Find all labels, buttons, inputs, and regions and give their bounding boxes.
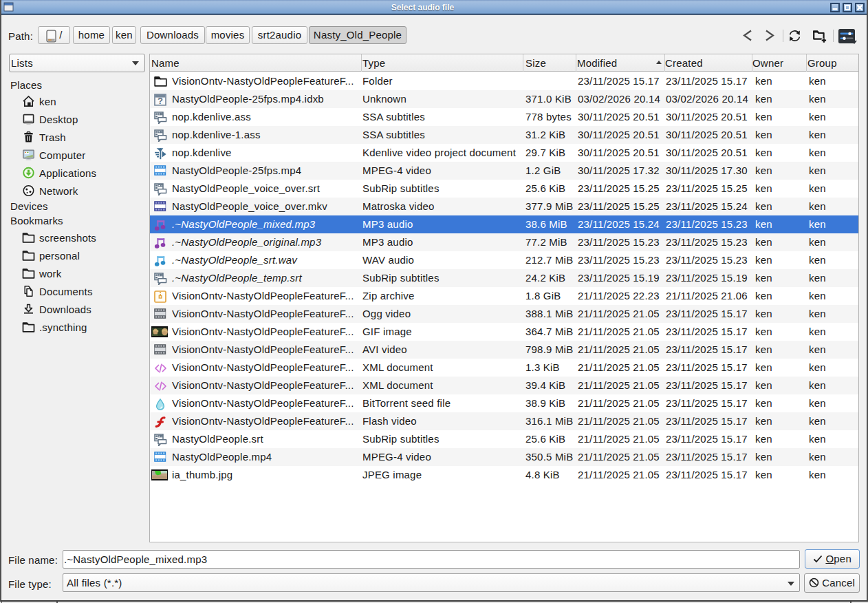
- svg-text:?: ?: [158, 96, 163, 106]
